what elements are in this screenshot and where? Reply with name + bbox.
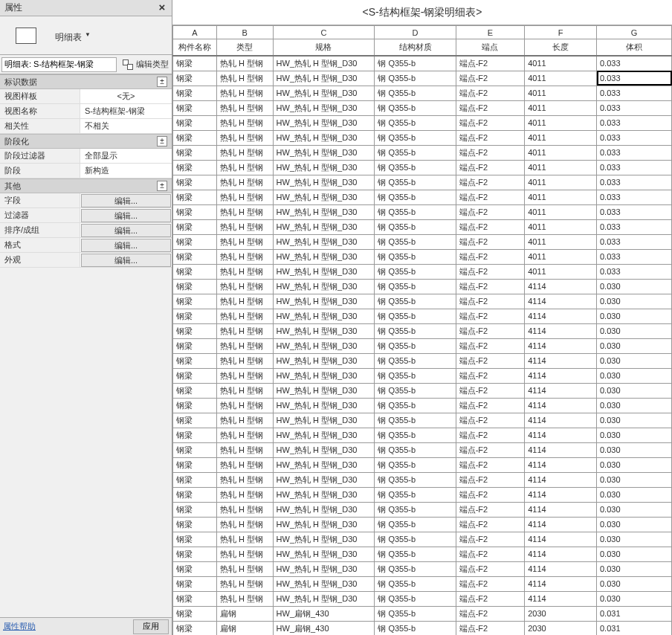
table-cell[interactable]: 热轧 H 型钢 bbox=[216, 175, 273, 190]
table-cell[interactable]: 钢梁 bbox=[173, 442, 217, 457]
table-cell[interactable]: 端点-F2 bbox=[456, 130, 525, 145]
table-cell[interactable]: 钢梁 bbox=[173, 130, 217, 145]
table-cell[interactable]: 钢 Q355-b bbox=[375, 383, 456, 398]
table-cell[interactable]: 4114 bbox=[525, 413, 597, 428]
table-cell[interactable]: 热轧 H 型钢 bbox=[216, 279, 273, 294]
help-link[interactable]: 属性帮助 bbox=[3, 621, 36, 632]
table-cell[interactable]: 端点-F2 bbox=[456, 56, 525, 71]
table-cell[interactable]: 4011 bbox=[525, 264, 597, 279]
table-cell[interactable]: HW_热轧 H 型钢_D30 bbox=[273, 204, 375, 219]
column-header[interactable]: 端点 bbox=[456, 39, 525, 56]
table-cell[interactable]: 热轧 H 型钢 bbox=[216, 145, 273, 160]
table-cell[interactable]: 钢 Q355-b bbox=[375, 294, 456, 309]
table-cell[interactable]: 热轧 H 型钢 bbox=[216, 561, 273, 576]
table-cell[interactable]: HW_热轧 H 型钢_D30 bbox=[273, 398, 375, 413]
table-cell[interactable]: 钢 Q355-b bbox=[375, 457, 456, 472]
table-cell[interactable]: 0.033 bbox=[597, 204, 672, 219]
table-cell[interactable]: 钢 Q355-b bbox=[375, 398, 456, 413]
table-cell[interactable]: 0.033 bbox=[597, 115, 672, 130]
column-header[interactable]: 构件名称 bbox=[173, 39, 217, 56]
table-cell[interactable]: 0.030 bbox=[597, 457, 672, 472]
table-cell[interactable]: HW_热轧 H 型钢_D30 bbox=[273, 100, 375, 115]
table-cell[interactable]: 钢梁 bbox=[173, 591, 217, 606]
table-cell[interactable]: 4114 bbox=[525, 487, 597, 502]
table-cell[interactable]: 0.030 bbox=[597, 338, 672, 353]
table-cell[interactable]: 钢 Q355-b bbox=[375, 56, 456, 71]
table-cell[interactable]: 0.033 bbox=[597, 219, 672, 234]
table-cell[interactable]: 4011 bbox=[525, 130, 597, 145]
table-cell[interactable]: 热轧 H 型钢 bbox=[216, 591, 273, 606]
table-cell[interactable]: 钢梁 bbox=[173, 234, 217, 249]
table-cell[interactable]: HW_热轧 H 型钢_D30 bbox=[273, 190, 375, 204]
table-cell[interactable]: 钢梁 bbox=[173, 398, 217, 413]
table-cell[interactable]: 4011 bbox=[525, 234, 597, 249]
column-header[interactable]: 结构材质 bbox=[375, 39, 456, 56]
table-cell[interactable]: HW_热轧 H 型钢_D30 bbox=[273, 591, 375, 606]
table-cell[interactable]: 端点-F2 bbox=[456, 249, 525, 264]
table-cell[interactable]: 钢 Q355-b bbox=[375, 71, 456, 86]
table-cell[interactable]: 热轧 H 型钢 bbox=[216, 323, 273, 338]
table-cell[interactable]: 0.030 bbox=[597, 532, 672, 547]
table-cell[interactable]: 0.030 bbox=[597, 576, 672, 591]
table-cell[interactable]: 钢梁 bbox=[173, 368, 217, 383]
table-cell[interactable]: 端点-F2 bbox=[456, 100, 525, 115]
table-cell[interactable]: 钢 Q355-b bbox=[375, 86, 456, 100]
table-cell[interactable]: 钢 Q355-b bbox=[375, 175, 456, 190]
table-cell[interactable]: 端点-F2 bbox=[456, 190, 525, 204]
table-cell[interactable]: 4114 bbox=[525, 428, 597, 442]
column-letter[interactable]: C bbox=[273, 26, 375, 39]
table-cell[interactable]: 端点-F2 bbox=[456, 279, 525, 294]
column-letter[interactable]: B bbox=[216, 26, 273, 39]
table-cell[interactable]: HW_热轧 H 型钢_D30 bbox=[273, 145, 375, 160]
table-cell[interactable]: 0.033 bbox=[597, 249, 672, 264]
table-cell[interactable]: 0.033 bbox=[597, 130, 672, 145]
table-cell[interactable]: 0.033 bbox=[597, 234, 672, 249]
table-cell[interactable]: 端点-F2 bbox=[456, 145, 525, 160]
table-cell[interactable]: 0.033 bbox=[597, 86, 672, 100]
table-cell[interactable]: 钢梁 bbox=[173, 160, 217, 175]
table-cell[interactable]: 端点-F2 bbox=[456, 606, 525, 621]
table-cell[interactable]: HW_热轧 H 型钢_D30 bbox=[273, 130, 375, 145]
table-cell[interactable]: 4114 bbox=[525, 309, 597, 323]
table-cell[interactable]: 钢 Q355-b bbox=[375, 264, 456, 279]
table-cell[interactable]: 0.030 bbox=[597, 413, 672, 428]
collapse-icon[interactable]: ± bbox=[157, 136, 167, 146]
table-cell[interactable]: 钢 Q355-b bbox=[375, 576, 456, 591]
table-cell[interactable]: 钢 Q355-b bbox=[375, 130, 456, 145]
property-edit-button[interactable]: 编辑... bbox=[81, 254, 171, 267]
table-cell[interactable]: HW_热轧 H 型钢_D30 bbox=[273, 547, 375, 561]
table-cell[interactable]: 端点-F2 bbox=[456, 383, 525, 398]
table-cell[interactable]: 4011 bbox=[525, 219, 597, 234]
table-cell[interactable]: 钢梁 bbox=[173, 383, 217, 398]
table-cell[interactable]: HW_热轧 H 型钢_D30 bbox=[273, 115, 375, 130]
table-cell[interactable]: 钢梁 bbox=[173, 502, 217, 517]
column-header[interactable]: 规格 bbox=[273, 39, 375, 56]
table-cell[interactable]: 端点-F2 bbox=[456, 71, 525, 86]
table-cell[interactable]: HW_热轧 H 型钢_D30 bbox=[273, 383, 375, 398]
table-cell[interactable]: 0.033 bbox=[597, 190, 672, 204]
table-cell[interactable]: 端点-F2 bbox=[456, 502, 525, 517]
column-letter[interactable]: E bbox=[456, 26, 525, 39]
table-cell[interactable]: HW_热轧 H 型钢_D30 bbox=[273, 413, 375, 428]
table-cell[interactable]: 0.030 bbox=[597, 487, 672, 502]
table-cell[interactable]: 0.033 bbox=[597, 56, 672, 71]
table-cell[interactable]: HW_热轧 H 型钢_D30 bbox=[273, 502, 375, 517]
table-cell[interactable]: HW_热轧 H 型钢_D30 bbox=[273, 160, 375, 175]
table-cell[interactable]: 0.030 bbox=[597, 383, 672, 398]
table-cell[interactable]: 端点-F2 bbox=[456, 621, 525, 635]
table-cell[interactable]: 钢梁 bbox=[173, 219, 217, 234]
table-cell[interactable]: 钢 Q355-b bbox=[375, 338, 456, 353]
table-cell[interactable]: 热轧 H 型钢 bbox=[216, 517, 273, 532]
table-cell[interactable]: 钢 Q355-b bbox=[375, 591, 456, 606]
apply-button[interactable]: 应用 bbox=[133, 619, 169, 634]
table-cell[interactable]: HW_热轧 H 型钢_D30 bbox=[273, 279, 375, 294]
table-cell[interactable]: 0.030 bbox=[597, 472, 672, 487]
table-cell[interactable]: 钢梁 bbox=[173, 100, 217, 115]
table-cell[interactable]: HW_热轧 H 型钢_D30 bbox=[273, 353, 375, 368]
table-cell[interactable]: HW_热轧 H 型钢_D30 bbox=[273, 532, 375, 547]
table-cell[interactable]: 钢 Q355-b bbox=[375, 517, 456, 532]
table-cell[interactable]: 钢 Q355-b bbox=[375, 145, 456, 160]
table-cell[interactable]: HW_热轧 H 型钢_D30 bbox=[273, 294, 375, 309]
table-cell[interactable]: 4114 bbox=[525, 517, 597, 532]
table-cell[interactable]: HW_热轧 H 型钢_D30 bbox=[273, 561, 375, 576]
